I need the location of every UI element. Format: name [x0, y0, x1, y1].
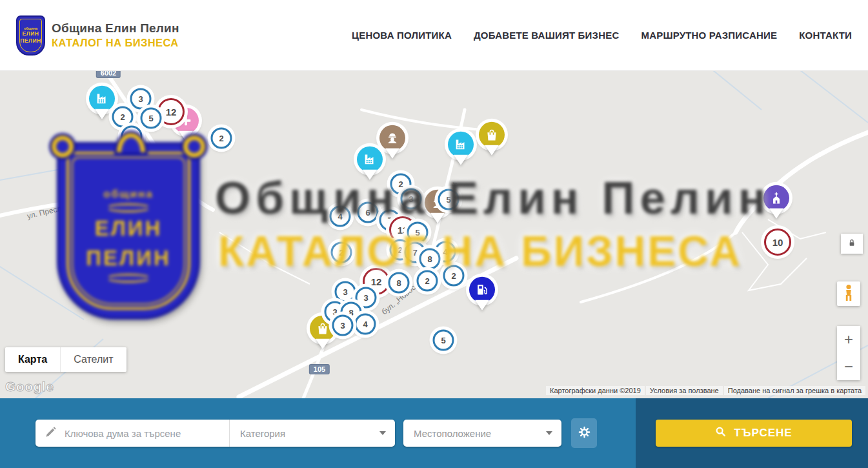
search-button-label: ТЪРСЕНЕ	[734, 427, 792, 440]
map-type-satellite-button[interactable]: Сателит	[60, 347, 126, 372]
search-bar-left: Категория Местоположение	[0, 398, 636, 468]
pegman-icon	[841, 283, 856, 304]
search-icon	[715, 426, 726, 440]
business-pin-bag[interactable]	[479, 122, 505, 148]
nav-item-pricing[interactable]: ЦЕНОВА ПОЛИТИКА	[352, 30, 452, 41]
attribution-link[interactable]: Условия за ползване	[646, 386, 723, 395]
gear-icon	[578, 425, 591, 441]
chevron-down-icon	[379, 431, 386, 435]
map-type-control: Карта Сателит	[5, 347, 126, 372]
main-nav: ЦЕНОВА ПОЛИТИКАДОБАВЕТЕ ВАШИЯТ БИЗНЕСМАР…	[352, 30, 852, 41]
keyword-category-group: Категория	[35, 420, 395, 447]
site-logo[interactable]: община ЕЛИН ПЕЛИН Община Елин Пелин КАТА…	[16, 15, 179, 56]
business-pin-church[interactable]	[763, 185, 789, 211]
business-pin-worker[interactable]	[379, 125, 405, 151]
keyword-input[interactable]	[65, 428, 219, 439]
header: община ЕЛИН ПЕЛИН Община Елин Пелин КАТА…	[0, 0, 868, 71]
nav-item-transport-schedule[interactable]: МАРШРУТНО РАЗПИСАНИЕ	[641, 30, 777, 41]
cluster-marker[interactable]: 2	[443, 265, 465, 287]
attribution-text: Картографски данни ©2019	[546, 386, 645, 395]
google-logo[interactable]: Google	[5, 379, 54, 394]
search-bar-right: ТЪРСЕНЕ	[636, 398, 868, 468]
cluster-marker[interactable]: 5	[141, 108, 162, 129]
zoom-in-button[interactable]: +	[837, 326, 860, 353]
map-attribution: Картографски данни ©2019Условия за ползв…	[546, 386, 865, 395]
cluster-marker[interactable]: 2	[417, 270, 438, 292]
cluster-marker[interactable]: 6	[358, 202, 379, 223]
business-pin-factory[interactable]	[357, 147, 383, 172]
cluster-marker[interactable]: 4	[355, 314, 376, 335]
cluster-marker[interactable]: 2	[121, 126, 143, 147]
attribution-link[interactable]: Подаване на сигнал за грешка в картата	[724, 386, 865, 395]
nav-item-add-business[interactable]: ДОБАВЕТЕ ВАШИЯТ БИЗНЕС	[474, 30, 619, 41]
municipality-crest-icon: община ЕЛИН ПЕЛИН	[16, 15, 45, 56]
site-subtitle: КАТАЛОГ НА БИЗНЕСА	[52, 37, 179, 49]
cluster-marker[interactable]: 8	[389, 272, 410, 294]
cluster-marker[interactable]: 8	[419, 249, 441, 270]
chevron-down-icon	[546, 431, 552, 435]
lock-control[interactable]	[841, 234, 863, 254]
cluster-marker[interactable]: 5	[433, 330, 454, 351]
zoom-control: + −	[837, 326, 860, 380]
street-view-pegman[interactable]	[837, 281, 860, 306]
lock-icon	[847, 238, 857, 250]
cluster-marker[interactable]: 2	[331, 242, 352, 263]
cluster-marker[interactable]: 2	[112, 107, 134, 128]
cluster-marker[interactable]: 12	[157, 98, 185, 125]
keyword-cell	[35, 426, 229, 441]
advanced-settings-button[interactable]	[571, 418, 597, 448]
brand-text: Община Елин Пелин КАТАЛОГ НА БИЗНЕСА	[52, 21, 179, 49]
category-select-label: Категория	[240, 428, 285, 439]
cluster-marker[interactable]: 3	[332, 315, 354, 336]
crest-line2: ПЕЛИН	[20, 38, 41, 45]
search-button[interactable]: ТЪРСЕНЕ	[656, 420, 852, 447]
marker-layer: 31225222356471351024278221283338435	[0, 71, 868, 398]
map-type-map-button[interactable]: Карта	[5, 347, 60, 372]
cluster-marker[interactable]: 3	[130, 88, 152, 110]
category-select[interactable]: Категория	[230, 420, 395, 447]
cluster-marker[interactable]: 3	[401, 188, 422, 210]
search-bar: Категория Местоположение ТЪРСЕНЕ	[0, 398, 868, 468]
crest-top-text: община	[24, 26, 37, 30]
location-select[interactable]: Местоположение	[403, 420, 561, 447]
page: община ЕЛИН ПЕЛИН Община Елин Пелин КАТА…	[0, 0, 868, 468]
map-canvas[interactable]: 6002105ул. Преславбул. „Новоселции 31225…	[0, 71, 868, 398]
cluster-marker[interactable]: 4	[330, 206, 351, 227]
crest-line1: ЕЛИН	[23, 31, 39, 37]
cluster-marker[interactable]: 3	[335, 281, 356, 303]
cluster-marker[interactable]: 5	[438, 189, 459, 210]
pencil-icon	[45, 426, 57, 441]
business-pin-factory[interactable]	[89, 86, 115, 112]
business-pin-fuel[interactable]	[469, 277, 495, 303]
cluster-marker[interactable]: 10	[764, 229, 791, 256]
cluster-marker[interactable]: 2	[211, 128, 232, 149]
location-select-label: Местоположение	[414, 428, 491, 439]
nav-item-contacts[interactable]: КОНТАКТИ	[799, 30, 852, 41]
zoom-out-button[interactable]: −	[837, 353, 860, 380]
site-title: Община Елин Пелин	[52, 21, 179, 36]
business-pin-factory[interactable]	[448, 132, 474, 158]
cluster-marker[interactable]: 5	[407, 222, 429, 243]
